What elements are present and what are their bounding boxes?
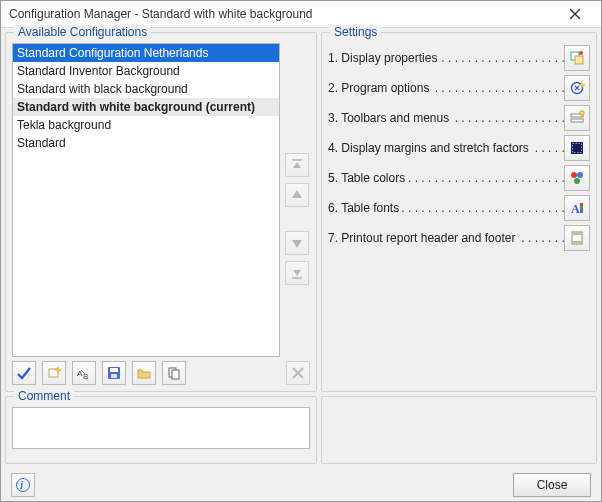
setting-open-button[interactable]: [564, 45, 590, 71]
svg-text:i: i: [20, 480, 23, 491]
setting-row: 5. Table colors: [328, 163, 590, 193]
window-title: Configuration Manager - Standard with wh…: [9, 7, 555, 21]
save-config-button[interactable]: [102, 361, 126, 385]
svg-point-17: [571, 172, 577, 178]
help-button[interactable]: i: [11, 473, 35, 497]
available-configurations-title: Available Configurations: [14, 25, 151, 39]
setting-label: 4. Display margins and stretch factors: [328, 141, 564, 155]
move-bottom-button[interactable]: [285, 261, 309, 285]
open-config-button[interactable]: [132, 361, 156, 385]
move-down-button[interactable]: [285, 231, 309, 255]
comment-title: Comment: [14, 389, 74, 403]
setting-label: 7. Printout report header and footer: [328, 231, 564, 245]
setting-row: 3. Toolbars and menus: [328, 103, 590, 133]
svg-rect-26: [573, 241, 581, 243]
apply-button[interactable]: [12, 361, 36, 385]
setting-label: 1. Display properties: [328, 51, 564, 65]
move-top-button[interactable]: [285, 153, 309, 177]
setting-open-button[interactable]: [564, 165, 590, 191]
setting-row: 1. Display properties: [328, 43, 590, 73]
svg-point-19: [574, 178, 580, 184]
window-close-button[interactable]: [555, 1, 595, 27]
list-item[interactable]: Standard Inventor Background: [13, 62, 279, 80]
comment-input[interactable]: [12, 407, 310, 449]
setting-label: 3. Toolbars and menus: [328, 111, 564, 125]
svg-point-27: [17, 479, 30, 492]
svg-rect-23: [580, 210, 583, 213]
content-area: Available Configurations Standard Config…: [1, 28, 601, 502]
svg-point-10: [579, 51, 583, 55]
svg-text:A: A: [571, 202, 580, 216]
svg-point-14: [580, 111, 584, 115]
available-configurations-panel: Available Configurations Standard Config…: [5, 32, 317, 392]
setting-row: 4. Display margins and stretch factors: [328, 133, 590, 163]
setting-open-button[interactable]: [564, 135, 590, 161]
setting-open-button[interactable]: A: [564, 195, 590, 221]
rename-config-button[interactable]: AB: [72, 361, 96, 385]
move-up-button[interactable]: [285, 183, 309, 207]
details-panel: [321, 396, 597, 464]
svg-rect-25: [573, 233, 581, 235]
setting-label: 5. Table colors: [328, 171, 564, 185]
delete-config-button[interactable]: [286, 361, 310, 385]
config-toolbar: AB: [6, 361, 316, 391]
settings-title: Settings: [330, 25, 381, 39]
comment-panel: Comment: [5, 396, 317, 464]
setting-row: 7. Printout report header and footer: [328, 223, 590, 253]
setting-row: 2. Program options: [328, 73, 590, 103]
setting-label: 2. Program options: [328, 81, 564, 95]
list-item[interactable]: Standard with white background (current): [13, 98, 279, 116]
configurations-list[interactable]: Standard Configuration NetherlandsStanda…: [12, 43, 280, 357]
reorder-buttons: [284, 43, 310, 357]
svg-rect-9: [575, 56, 583, 64]
dialog-footer: i Close: [5, 468, 597, 502]
setting-row: 6. Table fonts A: [328, 193, 590, 223]
new-config-button[interactable]: [42, 361, 66, 385]
settings-panel: Settings 1. Display properties 2. Progra…: [321, 32, 597, 392]
list-item[interactable]: Tekla background: [13, 116, 279, 134]
svg-rect-22: [580, 206, 583, 209]
setting-label: 6. Table fonts: [328, 201, 564, 215]
setting-open-button[interactable]: [564, 225, 590, 251]
svg-rect-7: [172, 370, 179, 379]
svg-rect-4: [110, 368, 118, 372]
setting-open-button[interactable]: [564, 75, 590, 101]
svg-rect-5: [111, 374, 117, 378]
list-item[interactable]: Standard: [13, 134, 279, 152]
list-item[interactable]: Standard with black background: [13, 80, 279, 98]
settings-list: 1. Display properties 2. Program options…: [328, 43, 590, 385]
list-item[interactable]: Standard Configuration Netherlands: [13, 44, 279, 62]
setting-open-button[interactable]: [564, 105, 590, 131]
close-button[interactable]: Close: [513, 473, 591, 497]
configuration-manager-window: Configuration Manager - Standard with wh…: [0, 0, 602, 502]
titlebar: Configuration Manager - Standard with wh…: [1, 1, 601, 28]
svg-rect-13: [571, 119, 583, 122]
svg-point-18: [577, 172, 583, 178]
copy-config-button[interactable]: [162, 361, 186, 385]
